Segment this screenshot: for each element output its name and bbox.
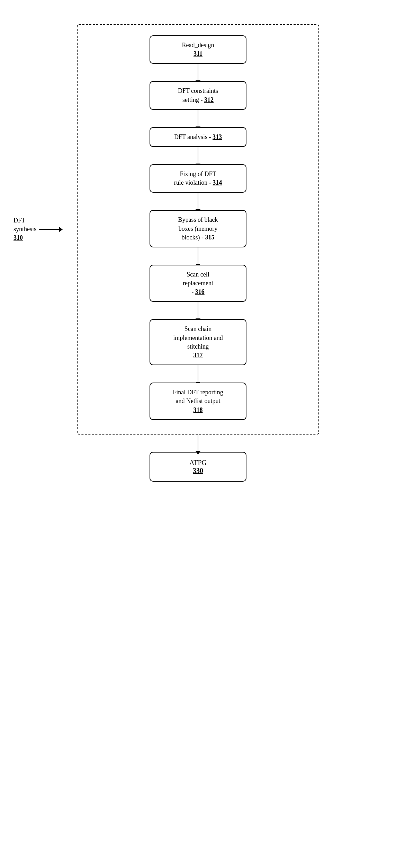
page-container: DFTsynthesis 310 Read_design 311 DFT con… (0, 14, 396, 868)
arrow-1 (198, 64, 198, 81)
dft-synthesis-number: 310 (14, 234, 36, 242)
diagram-wrapper: DFTsynthesis 310 Read_design 311 DFT con… (77, 24, 319, 482)
box-317-number: 317 (159, 351, 237, 360)
dft-synthesis-arrow (39, 229, 60, 230)
arrow-2 (198, 110, 198, 127)
box-311-number: 311 (159, 50, 237, 58)
box-312: DFT constraintssetting - 312 (150, 81, 246, 109)
box-315-text: Bypass of blackboxes (memoryblocks) - 31… (159, 216, 237, 242)
box-312-number: 312 (204, 96, 214, 103)
dft-synthesis-label-group: DFTsynthesis 310 (14, 216, 60, 243)
box-314-number: 314 (213, 179, 222, 186)
arrow-8 (198, 435, 198, 452)
arrow-line (39, 229, 60, 230)
arrow-7 (198, 365, 198, 383)
box-316: Scan cellreplacement- 316 (150, 265, 246, 302)
arrow-6 (198, 302, 198, 319)
box-316-number: 316 (195, 288, 205, 295)
box-311: Read_design 311 (150, 35, 246, 64)
box-313-number: 313 (213, 133, 222, 140)
box-318-text: Final DFT reportingand Netlist output318 (159, 388, 237, 414)
arrow-5 (198, 247, 198, 265)
box-315: Bypass of blackboxes (memoryblocks) - 31… (150, 210, 246, 247)
box-311-text: Read_design (159, 41, 237, 50)
box-313: DFT analysis - 313 (150, 127, 246, 147)
box-313-text: DFT analysis - 313 (159, 133, 237, 141)
arrow-3 (198, 147, 198, 164)
box-315-number: 315 (205, 234, 214, 241)
dft-synthesis-text: DFTsynthesis (14, 216, 36, 234)
atpg-box: ATPG 330 (150, 452, 246, 482)
atpg-section: ATPG 330 (77, 452, 319, 482)
dft-synthesis-box: DFTsynthesis 310 Read_design 311 DFT con… (77, 24, 319, 435)
atpg-arrow-section (77, 435, 319, 452)
box-312-text: DFT constraintssetting - 312 (159, 87, 237, 104)
box-317-text: Scan chainimplementation andstitching (159, 325, 237, 351)
box-314-text: Fixing of DFTrule violation - 314 (159, 170, 237, 187)
box-318-number: 318 (194, 406, 203, 413)
box-316-text: Scan cellreplacement- 316 (159, 270, 237, 297)
atpg-number: 330 (168, 467, 228, 475)
arrow-4 (198, 193, 198, 210)
box-318: Final DFT reportingand Netlist output318 (150, 383, 246, 420)
box-317: Scan chainimplementation andstitching 31… (150, 319, 246, 365)
dft-synthesis-label: DFTsynthesis 310 (14, 216, 36, 243)
atpg-label: ATPG (168, 459, 228, 467)
box-314: Fixing of DFTrule violation - 314 (150, 164, 246, 193)
